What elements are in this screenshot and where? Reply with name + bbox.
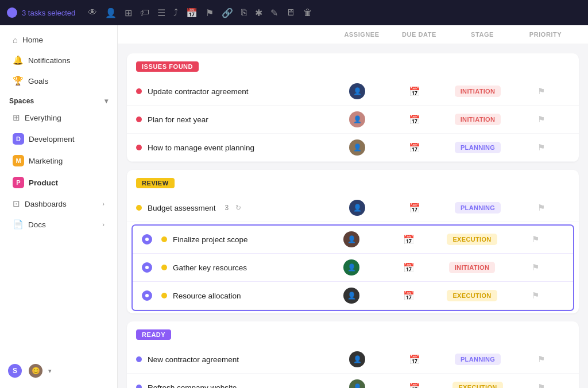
stage-badge: EXECUTION — [447, 234, 497, 245]
stage-cell: PLANNING — [443, 142, 512, 153]
user-icon[interactable]: 👤 — [105, 7, 117, 18]
issues-badge: ISSUES FOUND — [136, 61, 199, 72]
date-cell: 📅 — [386, 114, 443, 125]
table-row[interactable]: Plan for next year 👤 📅 INITIATION ⚑ — [127, 106, 579, 134]
select-radio[interactable] — [142, 234, 152, 245]
assignee-cell: 👤 — [328, 139, 386, 156]
list-icon[interactable]: ☰ — [157, 7, 165, 18]
spaces-chevron[interactable]: ▾ — [105, 97, 108, 105]
trash-icon[interactable]: 🗑 — [303, 7, 312, 18]
table-row[interactable]: Gather key resources 👤 📅 INITIATION ⚑ — [133, 254, 573, 282]
sidebar-item-marketing[interactable]: M Marketing — [3, 150, 114, 171]
avatar: 👤 — [349, 139, 365, 156]
dashboards-label: Dashboards — [25, 200, 67, 208]
tag-icon[interactable]: 🏷 — [140, 7, 149, 18]
table-row[interactable]: How to manage event planning 👤 📅 PLANNIN… — [127, 134, 579, 162]
issues-header: ISSUES FOUND — [127, 53, 579, 77]
stage-badge: EXECUTION — [452, 382, 502, 388]
square-icon[interactable]: ⊞ — [125, 7, 132, 18]
sidebar-item-development[interactable]: D Development — [3, 129, 114, 149]
user-avatar-2: 😊 — [28, 363, 44, 379]
stage-cell: INITIATION — [443, 86, 512, 97]
avatar: 👤 — [349, 111, 365, 127]
task-dot-yellow — [161, 293, 167, 298]
docs-icon: 📄 — [13, 219, 24, 230]
notifications-label: Notifications — [28, 56, 71, 65]
copy-icon[interactable]: ⎘ — [241, 7, 247, 18]
task-name-cell: Refresh company website — [136, 383, 328, 389]
calendar-icon: 📅 — [409, 354, 420, 365]
flag-icon: ⚑ — [532, 262, 539, 273]
stage-cell: PLANNING — [443, 202, 512, 214]
eye-icon[interactable]: 👁 — [88, 7, 97, 18]
task-name-cell: New contractor agreement — [136, 355, 328, 364]
date-cell: 📅 — [386, 203, 443, 214]
task-name: Refresh company website — [148, 383, 237, 389]
task-name-cell: Gather key resources — [142, 262, 323, 273]
marketing-dot: M — [13, 155, 24, 166]
col-assignee: ASSIGNEE — [333, 31, 390, 38]
calendar-icon: 📅 — [409, 203, 420, 214]
calendar-icon[interactable]: 📅 — [186, 7, 198, 18]
stage-badge: PLANNING — [455, 202, 501, 214]
sidebar-item-product[interactable]: P Product — [3, 172, 114, 193]
task-dot-blue — [136, 385, 142, 388]
product-dot: P — [13, 177, 24, 188]
sidebar-item-notifications[interactable]: 🔔 Notifications — [3, 51, 114, 70]
task-name-cell: Update contractor agreement — [136, 87, 328, 96]
sidebar-item-goals[interactable]: 🏆 Goals — [3, 71, 114, 91]
content-inner: ISSUES FOUND Update contractor agreement… — [118, 44, 588, 388]
select-radio[interactable] — [142, 262, 152, 273]
col-due-date: DUE DATE — [390, 31, 448, 38]
edit-icon[interactable]: ✎ — [270, 7, 278, 18]
home-label: Home — [22, 36, 43, 44]
stage-badge: INITIATION — [455, 114, 501, 125]
development-dot: D — [13, 133, 24, 145]
priority-cell: ⚑ — [512, 382, 570, 388]
asterisk-icon[interactable]: ✱ — [255, 7, 262, 18]
select-radio[interactable] — [142, 290, 152, 301]
date-cell: 📅 — [386, 142, 443, 153]
sidebar-item-home[interactable]: ⌂ Home — [3, 30, 114, 49]
assignee-cell: 👤 — [323, 288, 380, 304]
docs-label: Docs — [28, 220, 46, 229]
table-row[interactable]: Update contractor agreement 👤 📅 INITIATI… — [127, 77, 579, 106]
avatar: 👤 — [349, 351, 365, 367]
assignee-cell: 👤 — [328, 111, 386, 127]
monitor-icon[interactable]: 🖥 — [286, 7, 295, 18]
selected-tasks-group: Finalize project scope 👤 📅 EXECUTION ⚑ — [131, 224, 574, 311]
task-name: Update contractor agreement — [148, 87, 249, 96]
upload-icon[interactable]: ⤴ — [173, 7, 178, 18]
task-dot-yellow — [136, 205, 142, 211]
sidebar-item-docs[interactable]: 📄 Docs › — [3, 215, 114, 234]
stage-badge: EXECUTION — [447, 290, 497, 301]
table-row[interactable]: Finalize project scope 👤 📅 EXECUTION ⚑ — [133, 226, 573, 254]
stage-badge: INITIATION — [455, 86, 501, 97]
flag-icon: ⚑ — [537, 382, 545, 388]
grid-icon: ⊞ — [13, 112, 20, 123]
table-row[interactable]: New contractor agreement 👤 📅 PLANNING ⚑ — [127, 346, 579, 374]
user-avatar-s: S — [7, 363, 23, 379]
task-name-cell: Resource allocation — [142, 290, 323, 301]
table-row[interactable]: Refresh company website 👤 📅 EXECUTION ⚑ — [127, 374, 579, 388]
everything-label: Everything — [25, 114, 61, 122]
table-row[interactable]: Budget assessment 3 ↻ 👤 📅 PLANNING ⚑ — [127, 194, 579, 222]
table-row[interactable]: Resource allocation 👤 📅 EXECUTION ⚑ — [133, 282, 573, 310]
priority-cell: ⚑ — [512, 114, 570, 125]
task-name: Plan for next year — [148, 115, 208, 124]
sidebar-item-everything[interactable]: ⊞ Everything — [3, 108, 114, 127]
assignee-cell: 👤 — [323, 259, 380, 276]
priority-cell: ⚑ — [506, 262, 564, 273]
sidebar-item-dashboards[interactable]: ⊡ Dashboards › — [3, 194, 114, 214]
home-icon: ⌂ — [13, 35, 18, 45]
spaces-header: Spaces ▾ — [0, 91, 117, 107]
flag-icon[interactable]: ⚑ — [206, 7, 214, 18]
link-icon[interactable]: 🔗 — [222, 7, 233, 18]
flag-icon: ⚑ — [537, 203, 545, 213]
priority-cell: ⚑ — [506, 290, 564, 301]
task-dot-blue — [136, 356, 142, 362]
task-dot-red — [136, 88, 142, 94]
sidebar: ⌂ Home 🔔 Notifications 🏆 Goals Spaces ▾ … — [0, 25, 118, 388]
stage-cell: PLANNING — [443, 354, 512, 365]
user-chevron[interactable]: ▾ — [48, 367, 52, 375]
